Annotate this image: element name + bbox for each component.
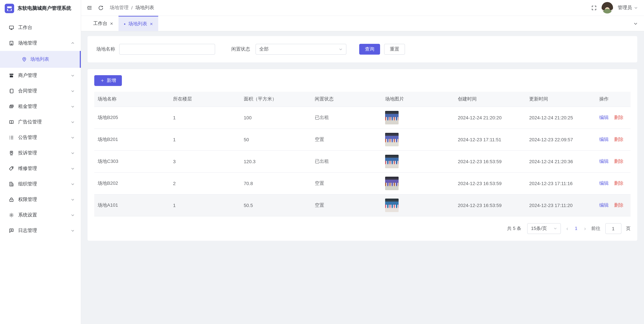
sidebar-item-ad-space-management[interactable]: 广告位管理 (0, 114, 81, 130)
venue-building-icon (9, 41, 14, 46)
page-size-select[interactable]: 15条/页 (527, 223, 561, 234)
user-avatar[interactable] (602, 2, 613, 14)
edit-link[interactable]: 编辑 (599, 136, 609, 142)
chevron-down-icon (71, 198, 75, 202)
topbar: 场地管理 / 场地列表 管理员 (81, 0, 644, 16)
sidebar-item-rent-management[interactable]: 租金管理 (0, 99, 81, 114)
cell-status: 已出租 (312, 106, 382, 128)
sidebar-item-label: 维修管理 (18, 166, 37, 172)
chat-bubble-icon (9, 228, 14, 233)
sidebar-item-label: 系统设置 (18, 212, 37, 218)
edit-link[interactable]: 编辑 (599, 180, 609, 186)
sidebar-item-workbench[interactable]: 工作台 (0, 20, 81, 35)
delete-link[interactable]: 删除 (614, 180, 624, 186)
prev-page-arrow[interactable]: ‹ (566, 225, 569, 231)
delete-link[interactable]: 删除 (614, 202, 624, 208)
sidebar-item-label: 公告管理 (18, 134, 37, 140)
sidebar-item-venue-management[interactable]: 场地管理 (0, 35, 81, 51)
pagination-total: 共 5 条 (507, 225, 521, 231)
sidebar-item-label: 广告位管理 (18, 119, 42, 125)
next-page-arrow[interactable]: › (584, 225, 586, 231)
add-button[interactable]: ＋ 新增 (94, 75, 122, 86)
chevron-down-icon (71, 213, 75, 217)
chevron-down-icon (71, 182, 75, 186)
money-icon (9, 104, 14, 109)
cell-created: 2024-12-24 21:20:20 (454, 106, 526, 128)
venue-name-input[interactable] (119, 44, 215, 55)
cell-venue-name: 场地B202 (94, 172, 170, 194)
sidebar-item-label: 场地管理 (18, 40, 37, 46)
page-suffix-label: 页 (626, 225, 630, 231)
close-icon[interactable]: × (110, 21, 113, 26)
sidebar-item-complaint-management[interactable]: 投诉管理 (0, 145, 81, 161)
cell-area: 50 (240, 128, 312, 150)
edit-link[interactable]: 编辑 (599, 202, 609, 208)
cell-area: 70.8 (240, 172, 312, 194)
edit-link[interactable]: 编辑 (599, 114, 609, 120)
table-row: 场地B202 2 70.8 空置 2024-12-23 16:53:59 202… (94, 172, 630, 194)
chevron-down-icon (71, 89, 75, 93)
venue-photo-thumbnail[interactable] (385, 177, 398, 190)
venue-photo-thumbnail[interactable] (385, 154, 398, 168)
cell-status: 空置 (312, 194, 382, 216)
cell-updated: 2024-12-24 21:20:36 (526, 150, 596, 172)
cell-created: 2024-12-23 16:53:59 (454, 172, 526, 194)
sidebar-item-repair-management[interactable]: 维修管理 (0, 161, 81, 176)
venue-name-label: 场地名称 (96, 46, 115, 52)
breadcrumb-parent[interactable]: 场地管理 (110, 5, 128, 11)
page-size-value: 15条/页 (531, 225, 547, 231)
search-button[interactable]: 查询 (359, 44, 380, 55)
delete-link[interactable]: 删除 (614, 114, 624, 120)
chevron-down-icon (71, 120, 75, 124)
sidebar-item-contract-management[interactable]: 合同管理 (0, 83, 81, 99)
user-menu[interactable]: 管理员 (618, 5, 638, 11)
cell-venue-name: 场地B205 (94, 106, 170, 128)
cell-venue-name: 场地B201 (94, 128, 170, 150)
sidebar-item-label: 合同管理 (18, 88, 37, 94)
col-floor: 所在楼层 (170, 92, 240, 106)
col-photo: 场地图片 (382, 92, 454, 106)
topbar-right: 管理员 (591, 2, 638, 14)
sidebar-item-log-management[interactable]: 日志管理 (0, 223, 81, 238)
gear-icon (9, 212, 14, 218)
venue-photo-thumbnail[interactable] (385, 111, 398, 124)
vacancy-status-value: 全部 (259, 46, 269, 52)
fullscreen-icon[interactable] (591, 5, 597, 11)
sidebar-item-permission-management[interactable]: 权限管理 (0, 192, 81, 207)
sidebar-item-system-settings[interactable]: 系统设置 (0, 207, 81, 223)
venue-photo-thumbnail[interactable] (385, 133, 398, 146)
delete-link[interactable]: 删除 (614, 136, 624, 142)
page-number-current[interactable]: 1 (574, 226, 579, 231)
col-updated: 更新时间 (526, 92, 596, 106)
sidebar-item-organization-management[interactable]: 组织管理 (0, 176, 81, 192)
user-name-label: 管理员 (618, 5, 632, 11)
app-logo-shop-icon (5, 4, 14, 13)
delete-link[interactable]: 删除 (614, 158, 624, 164)
sidebar-collapse-icon[interactable] (86, 5, 92, 11)
chevron-up-icon (71, 41, 75, 45)
sidebar-item-merchant-management[interactable]: 商户管理 (0, 68, 81, 83)
venue-photo-thumbnail[interactable] (385, 198, 398, 212)
chevron-down-icon (71, 167, 75, 171)
reset-button[interactable]: 重置 (384, 44, 405, 55)
shop-icon (9, 73, 14, 78)
vacancy-status-select[interactable]: 全部 (256, 44, 346, 55)
goto-page-input[interactable] (605, 223, 621, 234)
tab-options-chevron-icon[interactable] (627, 21, 644, 26)
goto-label: 前往 (591, 225, 600, 231)
close-icon[interactable]: × (150, 21, 153, 27)
tab-workbench[interactable]: 工作台 × (88, 16, 118, 31)
search-filter-card: 场地名称 闲置状态 全部 查询 重置 (88, 36, 637, 62)
tab-venue-list[interactable]: ● 场地列表 × (118, 16, 158, 31)
col-created: 创建时间 (454, 92, 526, 106)
cell-updated: 2024-12-23 17:11:20 (526, 194, 596, 216)
sidebar-item-notice-management[interactable]: 公告管理 (0, 130, 81, 145)
refresh-icon[interactable] (98, 5, 104, 11)
chevron-down-icon (71, 151, 75, 155)
chevron-down-icon (71, 104, 75, 109)
sidebar-item-venue-list[interactable]: 场地列表 (0, 51, 81, 68)
cell-updated: 2024-12-23 17:11:16 (526, 172, 596, 194)
edit-link[interactable]: 编辑 (599, 158, 609, 164)
sidebar: 东软电脑城商户管理系统 工作台 场地管理 场地列表 商户管理 (0, 0, 81, 324)
cell-updated: 2024-12-23 22:09:57 (526, 128, 596, 150)
